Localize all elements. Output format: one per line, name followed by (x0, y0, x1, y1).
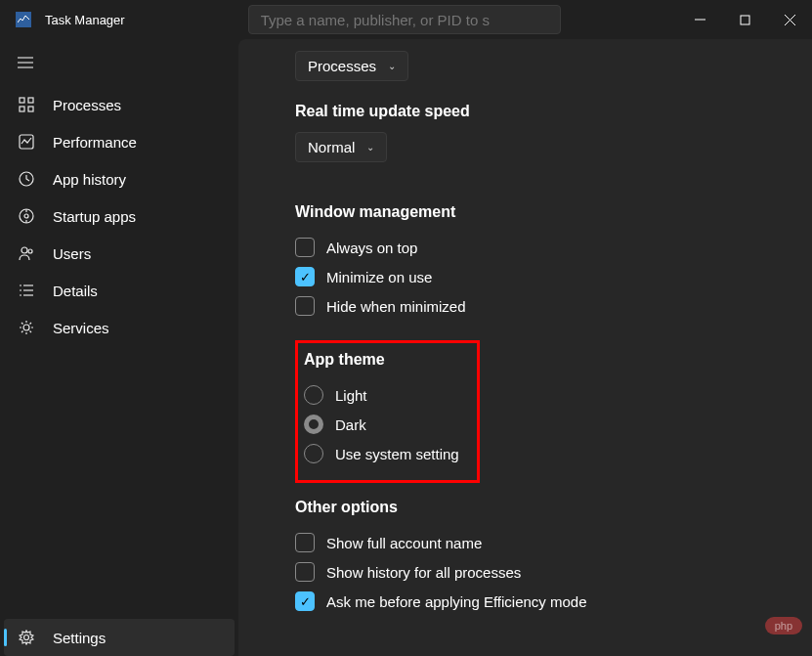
chevron-down-icon: ⌄ (366, 142, 374, 153)
history-all-option[interactable]: Show history for all processes (295, 557, 773, 587)
app-icon (16, 12, 31, 27)
svg-point-26 (24, 635, 29, 640)
svg-rect-1 (741, 16, 749, 24)
nav-label: Performance (53, 134, 137, 151)
window-management-section: Window management Always on top ✓ Minimi… (295, 203, 773, 321)
option-label: Always on top (326, 240, 417, 256)
wm-header: Window management (295, 203, 773, 221)
option-label: Show history for all processes (326, 564, 521, 581)
realtime-section: Real time update speed Normal ⌄ (295, 103, 773, 184)
svg-rect-10 (28, 107, 33, 111)
nav-label: Startup apps (53, 208, 136, 225)
sidebar-item-performance[interactable]: Performance (0, 123, 238, 160)
nav-label: Details (53, 283, 98, 299)
sidebar-item-details[interactable]: Details (0, 272, 238, 309)
hide-when-minimized-option[interactable]: Hide when minimized (295, 291, 773, 321)
radio-unchecked-icon (304, 385, 323, 405)
details-icon (18, 282, 35, 299)
option-label: Light (335, 387, 367, 404)
sidebar-item-users[interactable]: Users (0, 235, 238, 272)
svg-point-25 (23, 325, 29, 330)
radio-checked-icon (304, 415, 323, 434)
search-input[interactable] (248, 5, 561, 34)
sidebar-item-app-history[interactable]: App history (0, 160, 238, 197)
checkbox-checked-icon: ✓ (295, 591, 315, 611)
dropdown-value: Processes (308, 58, 376, 74)
window-title: Task Manager (45, 13, 125, 27)
close-button[interactable] (767, 0, 812, 39)
realtime-header: Real time update speed (295, 103, 773, 120)
sidebar-item-services[interactable]: Services (0, 309, 238, 346)
settings-content: Processes ⌄ Real time update speed Norma… (238, 39, 812, 656)
theme-dark-option[interactable]: Dark (304, 410, 459, 439)
highlight-annotation: App theme Light Dark Use system setting (295, 340, 480, 483)
checkbox-checked-icon: ✓ (295, 267, 315, 286)
checkbox-unchecked-icon (295, 562, 315, 582)
option-label: Show full account name (326, 535, 482, 551)
minimize-on-use-option[interactable]: ✓ Minimize on use (295, 262, 773, 291)
sidebar-item-settings[interactable]: Settings (4, 619, 235, 656)
radio-unchecked-icon (304, 444, 323, 463)
svg-point-14 (24, 214, 28, 218)
svg-point-18 (28, 249, 32, 253)
watermark: php (765, 617, 802, 634)
svg-rect-9 (20, 107, 24, 111)
nav-label: Services (53, 320, 109, 336)
minimize-button[interactable] (677, 0, 722, 39)
hamburger-button[interactable] (0, 57, 238, 86)
ask-efficiency-option[interactable]: ✓ Ask me before applying Efficiency mode (295, 587, 773, 616)
always-on-top-option[interactable]: Always on top (295, 233, 773, 262)
checkbox-unchecked-icon (295, 533, 315, 552)
sidebar: Processes Performance App history Startu… (0, 39, 238, 656)
option-label: Hide when minimized (326, 298, 466, 315)
window-controls (677, 0, 812, 39)
option-label: Use system setting (335, 446, 459, 462)
performance-icon (18, 133, 35, 151)
theme-header: App theme (304, 351, 459, 369)
services-icon (18, 319, 35, 336)
checkbox-unchecked-icon (295, 238, 315, 257)
users-icon (18, 244, 35, 262)
startup-icon (18, 207, 35, 225)
history-icon (18, 170, 35, 188)
titlebar: Task Manager (0, 0, 812, 39)
grid-icon (18, 96, 35, 113)
option-label: Minimize on use (326, 269, 432, 285)
nav-label: Settings (53, 630, 106, 646)
nav-label: App history (53, 171, 126, 188)
settings-icon (18, 629, 35, 646)
chevron-down-icon: ⌄ (388, 61, 396, 71)
svg-point-17 (21, 247, 27, 253)
full-account-option[interactable]: Show full account name (295, 528, 773, 557)
realtime-dropdown[interactable]: Normal ⌄ (295, 132, 387, 162)
theme-system-option[interactable]: Use system setting (304, 439, 459, 468)
maximize-button[interactable] (722, 0, 767, 39)
other-header: Other options (295, 499, 773, 516)
nav-label: Users (53, 245, 91, 262)
theme-light-option[interactable]: Light (304, 380, 459, 410)
sidebar-item-processes[interactable]: Processes (0, 86, 238, 123)
svg-rect-7 (20, 98, 24, 103)
sidebar-item-startup-apps[interactable]: Startup apps (0, 197, 238, 235)
option-label: Dark (335, 416, 366, 433)
option-label: Ask me before applying Efficiency mode (326, 593, 587, 610)
svg-rect-8 (28, 98, 33, 103)
dropdown-value: Normal (308, 139, 355, 155)
checkbox-unchecked-icon (295, 296, 315, 316)
nav-label: Processes (53, 97, 121, 113)
other-options-section: Other options Show full account name Sho… (295, 499, 773, 616)
default-page-dropdown[interactable]: Processes ⌄ (295, 51, 408, 81)
